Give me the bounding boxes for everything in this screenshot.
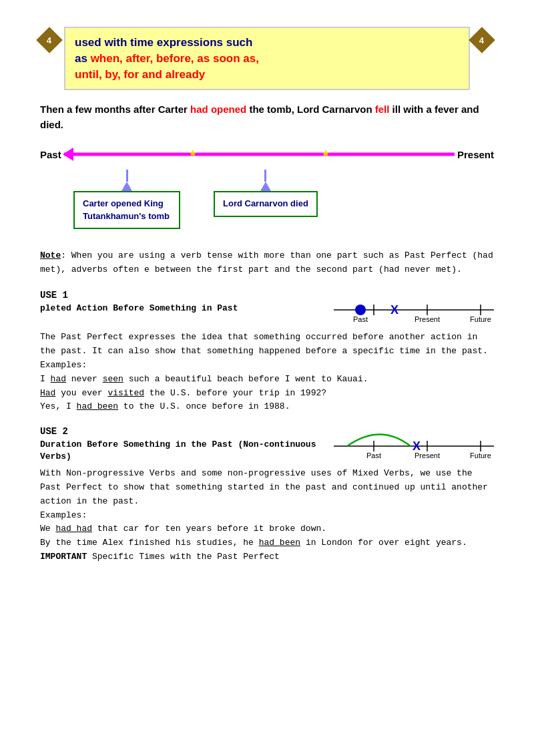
- svg-text:Past: Past: [366, 451, 381, 459]
- use1-body: The Past Perfect expresses the idea that…: [40, 331, 494, 414]
- use1-body-intro: The Past Perfect expresses the idea that…: [40, 332, 488, 356]
- use1-header: USE 1 pleted Action Before Something in …: [40, 290, 494, 327]
- use1-ex3-pre: Yes, I: [40, 401, 77, 411]
- timeline-boxes: Carter opened King Tutankhamun's tomb Lo…: [73, 170, 494, 228]
- story-part1: Then a few months after Carter: [40, 104, 190, 115]
- header-section: used with time expressions such as when,…: [40, 27, 494, 90]
- use1-diagram: X Past Present Future: [334, 290, 494, 327]
- use1-ex1-had: had: [51, 374, 66, 384]
- svg-text:Future: Future: [470, 315, 491, 323]
- use1-ex3-post: to the U.S. once before in 1988.: [118, 401, 290, 411]
- yellow-line3-highlight: until, by, for and already: [75, 68, 205, 81]
- use2-ex1-pre: We: [40, 524, 55, 534]
- story-red2: fell: [375, 104, 390, 115]
- event2-box: Lord Carnarvon died: [214, 191, 318, 216]
- use2-ex1-post: that car for ten years before it broke d…: [92, 524, 326, 534]
- use2-examples-label: Examples:: [40, 510, 87, 520]
- timeline-present-label: Present: [457, 149, 494, 160]
- svg-text:Future: Future: [470, 451, 491, 459]
- svg-point-4: [355, 305, 366, 315]
- use1-ex2-visited: visited: [107, 388, 144, 398]
- left-diamond-icon: [40, 27, 64, 51]
- use2-ex2-pre: By the time Alex finished his studies, h…: [40, 538, 259, 548]
- use1-examples-label: Examples:: [40, 360, 87, 370]
- use2-title: Duration Before Something in the Past (N…: [40, 439, 316, 461]
- timeline-arrow: ★ ★: [64, 144, 455, 164]
- use2-diagram: X Past Present Future: [334, 426, 494, 463]
- use1-section: USE 1 pleted Action Before Something in …: [40, 290, 494, 414]
- use2-text-block: USE 2 Duration Before Something in the P…: [40, 426, 320, 462]
- use1-ex1-seen: seen: [103, 374, 123, 384]
- event1-text: Carter opened King Tutankhamun's tomb: [83, 198, 171, 222]
- yellow-line2-prefix: as: [75, 52, 91, 65]
- note-section: Note: When you are using a verb tense wi…: [40, 249, 494, 277]
- yellow-box-text: used with time expressions such as when,…: [75, 35, 459, 82]
- use2-section: USE 2 Duration Before Something in the P…: [40, 426, 494, 564]
- svg-text:Present: Present: [415, 451, 440, 459]
- use1-ex3-hadbeen: had been: [77, 401, 118, 411]
- use1-ex2-post: the U.S. before your trip in 1992?: [144, 388, 326, 398]
- use1-ex1-pre: I: [40, 374, 51, 384]
- use2-body: With Non-progressive Verbs and some non-…: [40, 467, 494, 564]
- use2-header: USE 2 Duration Before Something in the P…: [40, 426, 494, 463]
- use1-ex1-mid: never: [66, 374, 103, 384]
- timeline-line: [64, 153, 455, 156]
- note-label: Note: [40, 250, 61, 260]
- use1-ex2-had: Had: [40, 388, 55, 398]
- timeline-past-label: Past: [40, 149, 61, 160]
- svg-text:Past: Past: [353, 315, 368, 323]
- event1-box: Carter opened King Tutankhamun's tomb: [73, 191, 180, 228]
- svg-text:X: X: [413, 439, 421, 453]
- story-red1: had opened: [190, 104, 246, 115]
- use1-diagram-svg: X Past Present Future: [334, 290, 494, 323]
- event2-wrapper: Lord Carnarvon died: [214, 170, 318, 228]
- story-part2: the tomb, Lord Carnarvon: [246, 104, 375, 115]
- use1-label: USE 1: [40, 290, 314, 301]
- event1-arrowhead: [121, 182, 132, 191]
- use2-ex2-post: in London for over eight years.: [300, 538, 467, 548]
- use1-ex2-mid: you ever: [55, 388, 107, 398]
- event2-text: Lord Carnarvon died: [223, 198, 308, 210]
- use2-important-text: Specific Times with the Past Perfect: [87, 552, 280, 562]
- use2-ex2-hadbeen: had been: [259, 538, 300, 548]
- use1-title: pleted Action Before Something in Past: [40, 303, 238, 313]
- timeline-star1: ★: [188, 144, 197, 162]
- use2-diagram-svg: X Past Present Future: [334, 426, 494, 459]
- timeline-star2: ★: [321, 144, 330, 162]
- right-diamond-icon: [470, 27, 494, 90]
- story-text: Then a few months after Carter had opene…: [40, 102, 494, 132]
- use2-important-label: IMPORTANT: [40, 552, 87, 562]
- yellow-line2-highlight: when, after, before, as soon as,: [91, 52, 259, 65]
- event2-arrow-line: [264, 170, 266, 182]
- yellow-box: used with time expressions such as when,…: [64, 27, 470, 90]
- use1-ex1-post: such a beautiful beach before I went to …: [123, 374, 368, 384]
- event2-arrowhead: [260, 182, 271, 191]
- use2-ex1-hadhad: had had: [55, 524, 92, 534]
- note-text: : When you are using a verb tense with m…: [40, 250, 493, 274]
- use2-body-intro: With Non-progressive Verbs and some non-…: [40, 468, 488, 506]
- event1-wrapper: Carter opened King Tutankhamun's tomb: [73, 170, 180, 228]
- yellow-line1: used with time expressions such: [75, 36, 252, 49]
- svg-text:Present: Present: [415, 315, 440, 323]
- svg-text:X: X: [390, 303, 398, 317]
- event1-arrow-line: [126, 170, 128, 182]
- use1-text-block: USE 1 pleted Action Before Something in …: [40, 290, 314, 314]
- use2-label: USE 2: [40, 426, 320, 437]
